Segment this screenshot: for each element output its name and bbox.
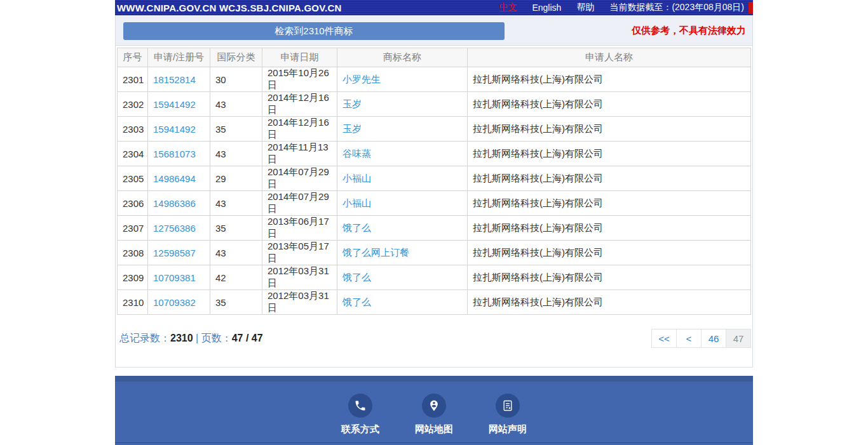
class-cell: 35	[210, 290, 262, 315]
page-47-button-current: 47	[726, 329, 751, 348]
trademark-name-link[interactable]: 谷味蒸	[342, 148, 371, 159]
registration-number-link[interactable]: 14986494	[153, 173, 196, 184]
class-cell: 35	[210, 117, 262, 142]
trademark-name-link[interactable]: 小罗先生	[342, 74, 381, 84]
trademark-name-link[interactable]: 饿了么网上订餐	[342, 247, 409, 258]
date-cell: 2015年10月26日	[262, 67, 337, 92]
registration-number-link[interactable]: 15941492	[153, 99, 196, 110]
footer-link-label: 网站地图	[413, 423, 455, 435]
registration-number-link[interactable]: 14986386	[153, 198, 196, 209]
trademark-name-link[interactable]: 玉岁	[342, 98, 362, 109]
class-cell: 43	[210, 142, 262, 166]
column-header: 国际分类	[210, 48, 262, 67]
class-cell: 29	[210, 166, 262, 191]
page-46-button[interactable]: 46	[701, 329, 726, 348]
footer-link-sitemap[interactable]: 网站地图	[413, 394, 455, 442]
lang-switch-chinese[interactable]: 中文	[499, 2, 517, 13]
table-header-row: 序号申请/注册号国际分类申请日期商标名称申请人名称	[118, 48, 751, 67]
result-count-banner[interactable]: 检索到2310件商标	[123, 22, 505, 40]
applicant-cell: 拉扎斯网络科技(上海)有限公司	[468, 265, 751, 290]
serial-cell: 2309	[118, 265, 148, 290]
footer-copyright-bar: 党政机关 版权所有：国家知识产权局 网站标识码bm30000002 京ICP备0…	[115, 442, 753, 445]
registration-number-link[interactable]: 15941492	[153, 124, 196, 135]
applicant-cell: 拉扎斯网络科技(上海)有限公司	[468, 117, 751, 142]
navbar-red-marker	[749, 2, 753, 13]
table-row: 230812598587432013年05月17日饿了么网上订餐拉扎斯网络科技(…	[118, 241, 751, 265]
class-cell: 43	[210, 191, 262, 216]
class-cell: 30	[210, 67, 262, 92]
date-cell: 2014年12月16日	[262, 117, 337, 142]
serial-cell: 2310	[118, 290, 148, 315]
trademark-name-link[interactable]: 饿了么	[342, 272, 371, 282]
registration-number-link[interactable]: 15681073	[153, 149, 196, 159]
document-icon	[496, 394, 520, 418]
date-cell: 2012年03月31日	[262, 265, 337, 290]
column-header: 申请日期	[262, 48, 337, 67]
applicant-cell: 拉扎斯网络科技(上海)有限公司	[468, 92, 751, 117]
serial-cell: 2305	[118, 166, 148, 191]
applicant-cell: 拉扎斯网络科技(上海)有限公司	[468, 241, 751, 265]
footer-link-statement[interactable]: 网站声明	[487, 394, 529, 442]
date-cell: 2014年07月29日	[262, 166, 337, 191]
footer: 联系方式 网站地图 网站声明	[115, 376, 753, 445]
page: WWW.CNIPA.GOV.CN WCJS.SBJ.CNIPA.GOV.CN 中…	[115, 0, 753, 445]
registration-number-link[interactable]: 12598587	[153, 248, 196, 258]
total-records-value: 2310	[170, 333, 193, 343]
table-row: 230415681073432014年11月13日谷味蒸拉扎斯网络科技(上海)有…	[118, 142, 751, 166]
class-cell: 43	[210, 92, 262, 117]
applicant-cell: 拉扎斯网络科技(上海)有限公司	[468, 166, 751, 191]
results-table: 序号申请/注册号国际分类申请日期商标名称申请人名称 23011815281430…	[117, 48, 751, 315]
first-page-button[interactable]: <<	[651, 329, 677, 348]
summary-separator: |	[196, 333, 198, 343]
date-cell: 2012年03月31日	[262, 290, 337, 315]
record-summary: 总记录数：2310 | 页数：47 / 47	[119, 332, 263, 345]
registration-number-link[interactable]: 12756386	[153, 223, 196, 234]
pagination-buttons: << < 46 47	[652, 329, 751, 348]
serial-cell: 2301	[118, 67, 148, 92]
applicant-cell: 拉扎斯网络科技(上海)有限公司	[468, 290, 751, 315]
serial-cell: 2308	[118, 241, 148, 265]
results-header: 检索到2310件商标 仅供参考，不具有法律效力	[116, 16, 752, 46]
trademark-name-link[interactable]: 小福山	[342, 197, 371, 208]
prev-page-button[interactable]: <	[676, 329, 702, 348]
phone-icon	[348, 394, 372, 418]
registration-number-link[interactable]: 10709381	[153, 272, 196, 283]
table-row: 231010709382352012年03月31日饿了么拉扎斯网络科技(上海)有…	[118, 290, 751, 315]
navbar-links: 中文 English 帮助 当前数据截至：(2023年08月08日)	[499, 2, 744, 13]
trademark-name-link[interactable]: 玉岁	[342, 123, 362, 134]
total-records-label: 总记录数：	[119, 333, 170, 343]
date-cell: 2014年07月29日	[262, 191, 337, 216]
footer-top-strip	[115, 376, 753, 382]
applicant-cell: 拉扎斯网络科技(上海)有限公司	[468, 142, 751, 166]
serial-cell: 2303	[118, 117, 148, 142]
serial-cell: 2306	[118, 191, 148, 216]
class-cell: 42	[210, 265, 262, 290]
footer-link-contact[interactable]: 联系方式	[339, 394, 381, 442]
footer-quick-links: 联系方式 网站地图 网站声明	[115, 382, 753, 442]
trademark-name-link[interactable]: 小福山	[342, 173, 371, 183]
column-header: 商标名称	[337, 48, 468, 67]
registration-number-link[interactable]: 18152814	[153, 74, 196, 85]
table-row: 230910709381422012年03月31日饿了么拉扎斯网络科技(上海)有…	[118, 265, 751, 290]
class-cell: 43	[210, 241, 262, 265]
table-row: 230514986494292014年07月29日小福山拉扎斯网络科技(上海)有…	[118, 166, 751, 191]
help-link[interactable]: 帮助	[576, 2, 594, 13]
date-cell: 2014年11月13日	[262, 142, 337, 166]
table-row: 230614986386432014年07月29日小福山拉扎斯网络科技(上海)有…	[118, 191, 751, 216]
column-header: 申请/注册号	[148, 48, 210, 67]
site-urls: WWW.CNIPA.GOV.CN WCJS.SBJ.CNIPA.GOV.CN	[117, 3, 341, 13]
table-row: 230315941492352014年12月16日玉岁拉扎斯网络科技(上海)有限…	[118, 117, 751, 142]
registration-number-link[interactable]: 10709382	[153, 297, 196, 308]
date-cell: 2014年12月16日	[262, 92, 337, 117]
results-panel: 检索到2310件商标 仅供参考，不具有法律效力 序号申请/注册号国际分类申请日期…	[115, 15, 753, 368]
serial-cell: 2304	[118, 142, 148, 166]
trademark-name-link[interactable]: 饿了么	[342, 296, 371, 307]
pages-label: 页数：	[201, 333, 232, 343]
footer-link-label: 网站声明	[487, 423, 529, 435]
date-cell: 2013年06月17日	[262, 216, 337, 241]
column-header: 申请人名称	[468, 48, 751, 67]
table-row: 230712756386352013年06月17日饿了么拉扎斯网络科技(上海)有…	[118, 216, 751, 241]
pagination-row: 总记录数：2310 | 页数：47 / 47 << < 46 47	[116, 315, 752, 367]
lang-switch-english[interactable]: English	[532, 3, 561, 13]
trademark-name-link[interactable]: 饿了么	[342, 222, 371, 233]
